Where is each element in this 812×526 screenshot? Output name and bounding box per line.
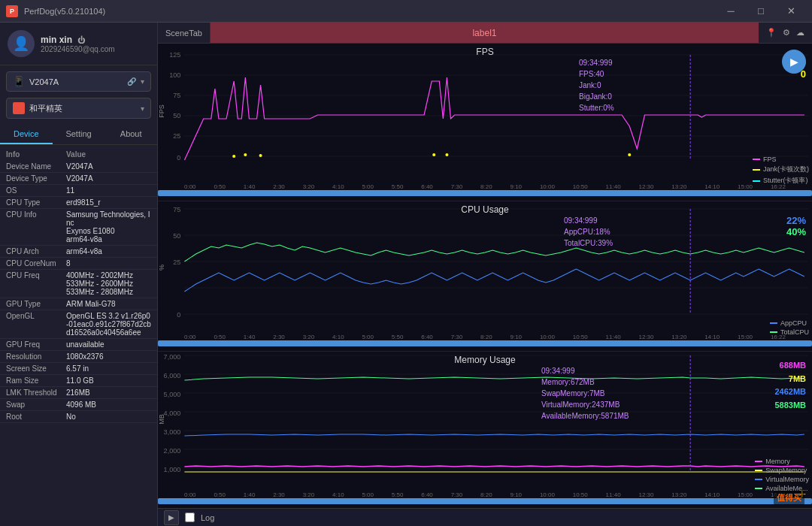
content-area: SceneTab label1 📍 ⚙ ☁ FPS ▶ [158,23,812,526]
app-name: 和平精英 [29,103,136,114]
cpu-chart-title: CPU Usage [461,204,508,215]
username: min xin ⏻ [41,35,150,45]
scene-tab-label[interactable]: SceneTab [158,23,211,43]
info-row: CPU InfoSamsung Technologies, IncExynos … [0,209,157,246]
memory-tooltip-avail: AvailableMemory:5871MB [541,410,629,422]
cpu-legend-app: AppCPU [770,319,809,327]
device-info-panel: Info Value Device NameV2047ADevice TypeV… [0,145,157,526]
title-bar-left: P PerfDog(v5.0.210104) [6,5,105,17]
info-row: CPU Freq400MHz - 2002MHz533MHz - 2600MHz… [0,270,157,298]
svg-text:FPS: FPS [158,104,165,118]
svg-text:1,000: 1,000 [164,466,181,473]
user-info: min xin ⏻ 2029246590@qq.com [41,35,150,53]
cloud-icon[interactable]: ☁ [796,28,804,38]
fps-scrollbar[interactable] [158,190,812,196]
watermark: 值得买 [774,491,804,505]
sidebar: 👤 min xin ⏻ 2029246590@qq.com 📱 V2047A 🔗… [0,23,158,526]
close-button[interactable]: ✕ [776,0,806,23]
device-icon: 📱 [13,76,25,87]
log-checkbox[interactable] [185,512,195,522]
cpu-app-current: 22% [786,215,806,226]
fps-svg: 125 100 75 50 25 0 FPS [158,44,812,183]
fps-chart-title: FPS [476,47,493,57]
tab-setting[interactable]: Setting [53,125,105,144]
svg-point-15 [244,153,247,156]
info-table-header: Info Value [0,148,157,161]
fps-play-button[interactable]: ▶ [782,50,806,74]
memory-tooltip-swap: SwapMemory:7MB [541,388,629,399]
device-name: V2047A [29,77,123,86]
app-icon: P [6,5,18,17]
scene-bar: SceneTab label1 📍 ⚙ ☁ [158,23,812,44]
svg-text:2,000: 2,000 [164,447,181,455]
chevron-icon: ▾ [141,77,144,86]
info-row: OS11 [0,185,157,197]
cpu-scrollbar[interactable] [158,340,812,346]
location-icon[interactable]: 📍 [766,28,777,38]
svg-point-19 [628,153,631,156]
cpu-tooltip-total: TotalCPU:39% [564,237,613,249]
cpu-legend: AppCPU TotalCPU [770,319,809,336]
cpu-legend-total: TotalCPU [770,328,809,336]
available-current: 5883MB [774,399,806,413]
info-col-header: Info [6,150,66,159]
title-bar: P PerfDog(v5.0.210104) ─ □ ✕ [0,0,812,23]
svg-text:125: 125 [169,51,180,59]
svg-text:7,000: 7,000 [164,353,181,361]
tab-about[interactable]: About [105,125,157,144]
cpu-total-current: 40% [786,226,806,237]
info-row: OpenGLOpenGL ES 3.2 v1.r26p0-01eac0.e91c… [0,310,157,339]
fps-chart: FPS ▶ 125 100 75 50 25 0 [158,44,812,201]
settings-icon[interactable]: ⚙ [783,28,790,38]
fps-tooltip: 09:34:999 FPS:40 Jank:0 BigJank:0 Stutte… [579,57,614,113]
label1-bar: label1 [211,23,759,43]
minimize-button[interactable]: ─ [716,0,746,23]
info-row: LMK Threshold216MB [0,387,157,399]
app-selector[interactable]: 和平精英 ▾ [6,98,151,119]
link-icon: 🔗 [127,77,136,86]
svg-point-17 [432,153,435,156]
svg-text:4,000: 4,000 [164,410,181,417]
info-row: RootNo [0,411,157,423]
info-rows: Device NameV2047ADevice TypeV2047AOS11CP… [0,161,157,423]
svg-text:50: 50 [173,232,180,240]
bottom-play-button[interactable]: ▶ [164,510,179,525]
power-icon: ⏻ [77,36,85,44]
svg-text:50: 50 [173,112,180,119]
cpu-x-axis: 0:000:501:402:303:204:105:005:506:407:30… [158,333,812,340]
memory-svg: 7,000 6,000 5,000 4,000 3,000 2,000 1,00… [158,352,812,491]
mem-legend-virtual: VirtualMemory [755,476,809,483]
main-layout: 👤 min xin ⏻ 2029246590@qq.com 📱 V2047A 🔗… [0,23,812,526]
svg-text:0: 0 [177,154,180,162]
swap-current: 7MB [774,373,806,386]
memory-tooltip-virtual: VirtualMemory:2437MB [541,399,629,410]
user-email: 2029246590@qq.com [41,45,150,53]
log-label[interactable]: Log [201,513,214,522]
info-row: Device TypeV2047A [0,173,157,185]
info-row: Ram Size11.0 GB [0,375,157,387]
info-row: Resolution1080x2376 [0,351,157,363]
avatar: 👤 [8,30,35,57]
fps-tooltip-time: 09:34:999 [579,57,614,68]
fps-tooltip-stutter: Stutter:0% [579,102,614,113]
info-row: CPU Archarm64-v8a [0,246,157,258]
svg-point-16 [259,154,262,157]
charts-area: FPS ▶ 125 100 75 50 25 0 [158,44,812,508]
info-row: Swap4096 MB [0,399,157,411]
info-row: Device NameV2047A [0,161,157,173]
device-selector[interactable]: 📱 V2047A 🔗 ▾ [6,71,151,92]
svg-text:MB: MB [158,414,165,424]
virtual-current: 2462MB [774,385,806,399]
memory-scrollbar[interactable] [158,498,812,504]
memory-tooltip-mem: Memory:672MB [541,376,629,388]
info-row: Screen Size6.57 in [0,363,157,375]
tab-device[interactable]: Device [0,125,53,144]
svg-text:0: 0 [177,311,180,319]
maximize-button[interactable]: □ [746,0,776,23]
svg-point-18 [445,153,448,156]
info-row: CPU Typeerd9815_r [0,197,157,209]
svg-text:5,000: 5,000 [164,391,181,398]
fps-legend-fps: FPS [753,156,809,163]
app-chevron-icon: ▾ [141,104,144,113]
info-row: CPU CoreNum8 [0,258,157,270]
